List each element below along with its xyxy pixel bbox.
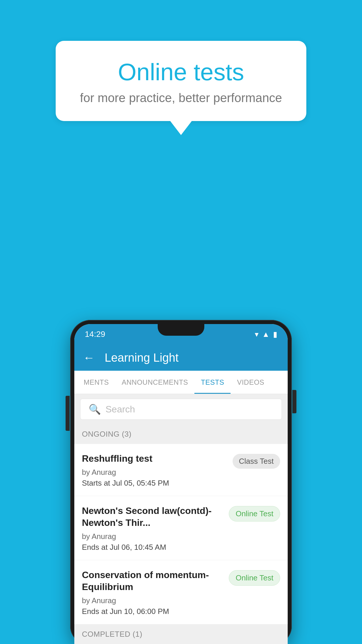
speech-bubble: Online tests for more practice, better p… [56, 41, 306, 121]
completed-label: COMPLETED (1) [82, 630, 142, 638]
test-list: Reshuffling test by Anurag Starts at Jul… [74, 444, 288, 624]
search-bar-container: 🔍 Search [74, 394, 288, 424]
test-author: by Anurag [82, 532, 223, 541]
phone-screen: 14:29 ▾ ▲ ▮ ← Learning Light MENTS ANNOU… [74, 324, 288, 644]
test-author: by Anurag [82, 596, 223, 605]
test-item[interactable]: Newton's Second law(contd)-Newton's Thir… [74, 496, 288, 560]
test-date: Ends at Jun 10, 06:00 PM [82, 607, 223, 616]
badge-online-test: Online Test [229, 506, 280, 522]
test-author: by Anurag [82, 468, 227, 477]
badge-online-test-2: Online Test [229, 570, 280, 586]
tab-videos[interactable]: VIDEOS [231, 371, 271, 394]
test-item[interactable]: Conservation of momentum-Equilibrium by … [74, 560, 288, 624]
phone-outer: 14:29 ▾ ▲ ▮ ← Learning Light MENTS ANNOU… [70, 320, 292, 644]
test-date: Starts at Jul 05, 05:45 PM [82, 479, 227, 488]
test-title: Conservation of momentum-Equilibrium [82, 569, 223, 593]
search-icon: 🔍 [89, 403, 101, 415]
ongoing-label: ONGOING (3) [82, 430, 131, 438]
completed-section-header: COMPLETED (1) [74, 624, 288, 644]
status-bar: 14:29 ▾ ▲ ▮ [74, 324, 288, 344]
badge-class-test: Class Test [233, 454, 280, 469]
tabs-bar: MENTS ANNOUNCEMENTS TESTS VIDEOS [74, 371, 288, 394]
status-time: 14:29 [85, 330, 105, 339]
tab-tests[interactable]: TESTS [194, 371, 231, 394]
test-date: Ends at Jul 06, 10:45 AM [82, 543, 223, 552]
test-info: Reshuffling test by Anurag Starts at Jul… [82, 453, 227, 488]
wifi-icon: ▾ [255, 330, 259, 339]
test-info: Conservation of momentum-Equilibrium by … [82, 569, 223, 616]
top-nav-title: Learning Light [105, 351, 179, 364]
back-arrow-icon[interactable]: ← [83, 351, 95, 364]
search-placeholder: Search [106, 404, 135, 415]
status-icons: ▾ ▲ ▮ [255, 330, 277, 339]
tab-announcements[interactable]: ANNOUNCEMENTS [115, 371, 195, 394]
search-bar[interactable]: 🔍 Search [80, 399, 282, 420]
test-title: Newton's Second law(contd)-Newton's Thir… [82, 505, 223, 529]
phone-wrapper: 14:29 ▾ ▲ ▮ ← Learning Light MENTS ANNOU… [70, 320, 292, 644]
speech-bubble-container: Online tests for more practice, better p… [56, 41, 306, 121]
battery-icon: ▮ [273, 330, 277, 339]
ongoing-section-header: ONGOING (3) [74, 424, 288, 444]
test-title: Reshuffling test [82, 453, 227, 465]
test-item[interactable]: Reshuffling test by Anurag Starts at Jul… [74, 444, 288, 496]
top-nav: ← Learning Light [74, 344, 288, 371]
test-info: Newton's Second law(contd)-Newton's Thir… [82, 505, 223, 552]
bubble-subtitle: for more practice, better performance [79, 91, 283, 105]
signal-icon: ▲ [262, 330, 270, 339]
notch [158, 324, 204, 336]
tab-ments[interactable]: MENTS [77, 371, 115, 394]
bubble-title: Online tests [79, 58, 283, 86]
